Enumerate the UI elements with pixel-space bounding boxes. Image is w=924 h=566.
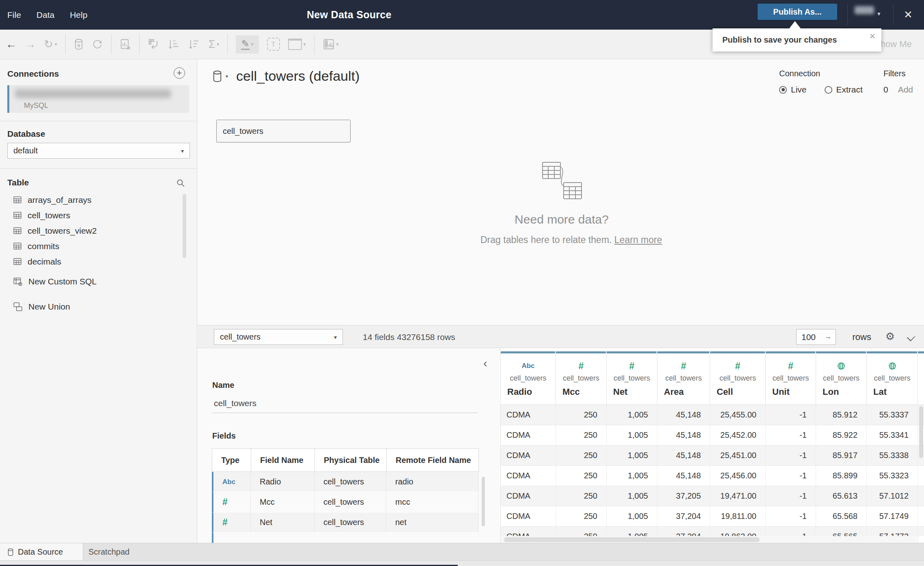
connection-item[interactable]: MySQL <box>7 85 189 113</box>
grid-data-row: CDMA2501,00537,20419,811.00-165.56857.17… <box>501 506 924 527</box>
datasource-cylinder-icon[interactable] <box>212 70 222 82</box>
sort-ascending-icon[interactable] <box>168 38 180 50</box>
grid-cell: 55.3323 <box>867 466 918 486</box>
table-item-label: arrays_of_arrays <box>28 195 92 205</box>
empty-state-text: Drag tables here to relate them. <box>480 235 612 245</box>
panel-collapse-icon[interactable]: ‹ <box>483 356 487 370</box>
live-label[interactable]: Live <box>791 85 807 95</box>
new-union-button[interactable]: New Union <box>13 302 70 312</box>
learn-more-link[interactable]: Learn more <box>614 235 662 245</box>
new-union-label: New Union <box>28 302 70 312</box>
grid-cell: CDMA <box>501 527 556 536</box>
add-connection-icon[interactable]: + <box>174 67 185 79</box>
grid-column-header-lat[interactable]: cell_towersLat <box>867 351 918 405</box>
user-menu-caret-icon[interactable]: ▾ <box>877 10 881 17</box>
table-node-cell-towers[interactable]: cell_towers <box>216 120 351 142</box>
grid-column-header-lon[interactable]: cell_towersLon <box>816 351 867 405</box>
sidebar-table-decimals[interactable]: decimals <box>0 254 197 269</box>
filters-add-link[interactable]: Add <box>898 85 913 95</box>
name-input[interactable]: cell_towers <box>212 394 478 413</box>
totals-icon[interactable]: Σ▾ <box>209 39 220 50</box>
preview-settings-gear-icon[interactable]: ⚙ <box>885 330 895 343</box>
sort-descending-icon[interactable] <box>188 38 200 50</box>
publish-as-button[interactable]: Publish As... <box>758 4 837 20</box>
new-custom-sql-button[interactable]: New Custom SQL <box>13 277 97 286</box>
grid-vscroll-thumb[interactable] <box>919 406 923 458</box>
sidebar-table-cell_towers_view2[interactable]: cell_towers_view2 <box>0 223 197 239</box>
tab-data-source[interactable]: Data Source <box>0 543 83 561</box>
live-radio[interactable] <box>779 86 787 94</box>
refresh-icon[interactable] <box>92 39 103 50</box>
grid-cell: 250 <box>556 506 607 527</box>
preview-collapse-chevron-icon[interactable] <box>907 333 915 341</box>
highlight-tool[interactable]: ✎ ▾ <box>236 35 258 54</box>
fields-col-field-name[interactable]: Field Name <box>251 449 315 471</box>
filters-block: Filters 0 Add <box>883 69 913 95</box>
field-row-net[interactable]: #Netcell_towersnet <box>212 512 479 533</box>
grid-cell: 57.1773 <box>867 527 918 536</box>
grid-cell: CDMA <box>501 445 556 466</box>
table-search-icon[interactable] <box>176 179 185 189</box>
grid-horizontal-scrollbar <box>501 536 919 543</box>
user-avatar[interactable] <box>855 6 874 14</box>
datasource-tab-icon <box>7 548 14 556</box>
fields-col-type[interactable]: Type <box>212 449 251 471</box>
clear-sheet-icon[interactable] <box>120 38 131 50</box>
field-remote-name: net <box>386 512 478 532</box>
datasource-title[interactable]: cell_towers (default) <box>236 68 360 84</box>
field-row-mcc[interactable]: #Mcccell_towersmcc <box>212 492 479 512</box>
table-list-scrollbar[interactable] <box>183 194 186 258</box>
grid-column-header-mcc[interactable]: #cell_towersMcc <box>556 351 607 405</box>
column-name-label: Lon <box>816 387 866 397</box>
fields-scrollbar[interactable] <box>482 477 485 526</box>
fields-col-remote-field-name[interactable]: Remote Field Name <box>387 449 478 471</box>
swap-rows-columns-icon[interactable] <box>148 38 160 50</box>
grid-column-header-unit[interactable]: #cell_towersUnit <box>766 351 816 405</box>
sidebar-divider <box>0 168 197 169</box>
database-select[interactable]: default ▾ <box>7 143 190 159</box>
grid-cell: 25,455.00 <box>710 405 766 425</box>
fields-col-physical-table[interactable]: Physical Table <box>315 449 387 471</box>
tooltip-close-icon[interactable]: ✕ <box>869 32 876 41</box>
sidebar-table-arrays_of_arrays[interactable]: arrays_of_arrays <box>0 192 197 208</box>
rerun-icon[interactable]: ↻▾ <box>44 39 57 50</box>
grid-cell: -1 <box>766 466 816 486</box>
preview-table-select[interactable]: cell_towers ▾ <box>214 329 343 345</box>
grid-data-row: CDMA2501,00537,20519,471.00-165.61357.10… <box>501 486 924 506</box>
grid-column-header-net[interactable]: #cell_towersNet <box>607 351 657 405</box>
new-datasource-icon[interactable] <box>74 39 84 50</box>
menu-help[interactable]: Help <box>70 10 87 20</box>
grid-column-header-cell[interactable]: #cell_towersCell <box>710 351 766 405</box>
table-icon <box>13 257 22 266</box>
grid-cell: -1 <box>766 527 816 536</box>
field-row-radio[interactable]: AbcRadiocell_towersradio <box>212 472 479 492</box>
field-name: Mcc <box>251 492 314 512</box>
extract-label[interactable]: Extract <box>836 85 863 95</box>
tab-scratchpad[interactable]: Scratchpad <box>88 543 129 561</box>
grid-cell: CDMA <box>501 466 556 486</box>
menu-data[interactable]: Data <box>37 10 54 20</box>
undo-icon[interactable]: ← <box>6 39 17 50</box>
show-me-toggle-icon[interactable]: ▾ <box>323 38 339 50</box>
connections-heading: Connections <box>7 69 59 79</box>
grid-column-header-radio[interactable]: Abccell_towersRadio <box>501 351 556 405</box>
grid-hscroll-thumb[interactable] <box>504 537 760 542</box>
row-count-input[interactable] <box>796 329 836 345</box>
grid-cell: 37,204 <box>657 527 710 536</box>
extract-radio[interactable] <box>825 86 832 94</box>
datasource-caret-icon[interactable]: ▾ <box>226 73 228 79</box>
redo-icon[interactable]: → <box>25 39 36 50</box>
grid-cell: 250 <box>556 486 607 506</box>
menu-file[interactable]: File <box>7 10 21 20</box>
grid-column-header-area[interactable]: #cell_towersArea <box>657 351 710 405</box>
grid-data-row: CDMA2501,00545,14825,451.00-185.91755.33… <box>501 445 924 466</box>
grid-data-row: CDMA2501,00545,14825,452.00-185.92255.33… <box>501 425 924 445</box>
column-table-label: cell_towers <box>657 374 710 383</box>
table-icon <box>13 242 22 251</box>
window-close-icon[interactable]: ✕ <box>904 7 913 22</box>
text-tool-icon[interactable]: T <box>267 38 280 51</box>
sidebar-table-commits[interactable]: commits <box>0 239 197 254</box>
sidebar-table-cell_towers[interactable]: cell_towers <box>0 208 197 223</box>
grid-cell: 65.613 <box>816 486 867 506</box>
fit-selector-icon[interactable]: ▾ <box>288 39 306 50</box>
